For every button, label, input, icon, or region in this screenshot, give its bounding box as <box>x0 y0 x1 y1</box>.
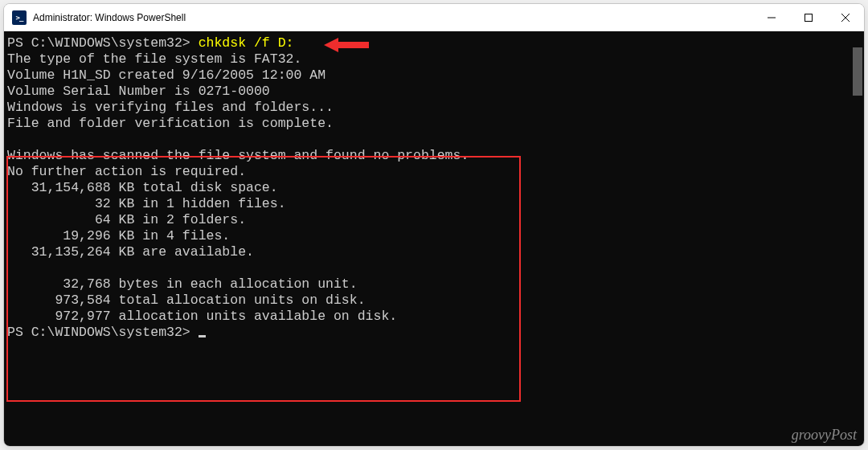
close-button[interactable] <box>827 4 864 31</box>
watermark: groovyPost <box>792 427 857 444</box>
powershell-window: Administrator: Windows PowerShell PS C:\… <box>3 3 865 447</box>
terminal-area[interactable]: PS C:\WINDOWS\system32> chkdsk /f D: The… <box>4 31 864 446</box>
terminal-output: No further action is required. <box>7 164 864 180</box>
terminal-output: 973,584 total allocation units on disk. <box>7 292 864 309</box>
command-text: chkdsk /f D: <box>199 35 294 51</box>
terminal-output: 32 KB in 1 hidden files. <box>7 196 864 212</box>
terminal-output: Volume Serial Number is 0271-0000 <box>7 84 864 100</box>
svg-rect-1 <box>805 14 813 21</box>
terminal-output: 19,296 KB in 4 files. <box>7 228 864 244</box>
terminal-output <box>7 260 864 276</box>
terminal-output: Windows has scanned the file system and … <box>7 148 864 164</box>
minimize-button[interactable] <box>753 4 790 31</box>
terminal-output: File and folder verification is complete… <box>7 116 864 132</box>
scrollbar-thumb[interactable] <box>853 47 862 96</box>
cursor <box>199 335 206 338</box>
terminal-output: 31,154,688 KB total disk space. <box>7 180 864 196</box>
terminal-output: 972,977 allocation units available on di… <box>7 309 864 325</box>
terminal-output: Volume H1N_SD created 9/16/2005 12:00 AM <box>7 68 864 84</box>
maximize-button[interactable] <box>790 4 827 31</box>
powershell-icon <box>12 10 27 25</box>
terminal-output: 64 KB in 2 folders. <box>7 212 864 228</box>
prompt-path: PS C:\WINDOWS\system32> <box>7 325 199 340</box>
window-controls <box>753 4 864 31</box>
terminal-line: PS C:\WINDOWS\system32> chkdsk /f D: <box>7 35 864 51</box>
terminal-output: 32,768 bytes in each allocation unit. <box>7 276 864 292</box>
terminal-output <box>7 132 864 148</box>
prompt-path: PS C:\WINDOWS\system32> <box>7 35 199 51</box>
terminal-output: 31,135,264 KB are available. <box>7 244 864 260</box>
terminal-output: The type of the file system is FAT32. <box>7 51 864 68</box>
window-title: Administrator: Windows PowerShell <box>33 12 753 23</box>
terminal-output: Windows is verifying files and folders..… <box>7 100 864 116</box>
titlebar[interactable]: Administrator: Windows PowerShell <box>4 4 864 31</box>
terminal-line: PS C:\WINDOWS\system32> <box>7 325 864 341</box>
